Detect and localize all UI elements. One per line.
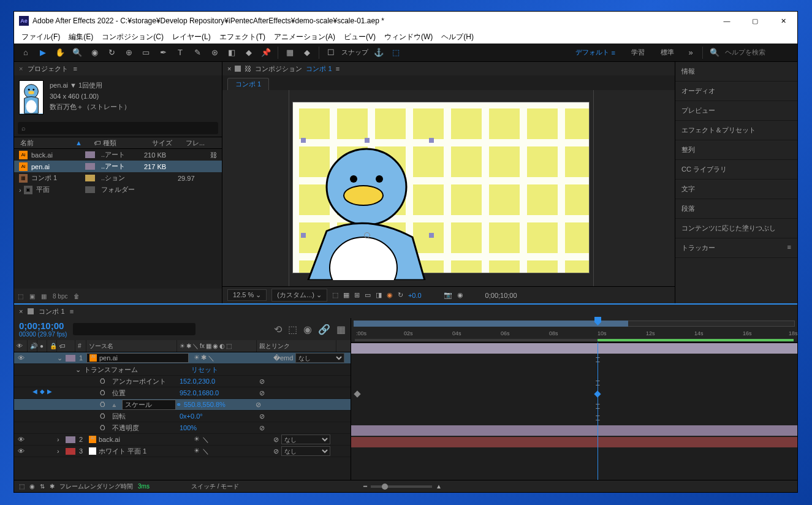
panel-preview[interactable]: プレビュー <box>675 101 797 121</box>
selection-tool[interactable]: ▶ <box>36 46 50 59</box>
workspace-standard[interactable]: 標準 <box>655 46 680 59</box>
toggle-icon[interactable]: ⬚ <box>19 483 25 490</box>
puppet-tool[interactable]: 📌 <box>259 46 273 59</box>
col-source-name[interactable]: ソース名 <box>86 340 177 352</box>
rect-tool[interactable]: ▭ <box>139 46 153 59</box>
brush-tool[interactable]: ✎ <box>191 46 204 59</box>
channel-icon[interactable]: ◉ <box>387 291 393 299</box>
folder-new-icon[interactable]: ▣ <box>29 293 35 300</box>
toggle-icon[interactable]: ⇅ <box>40 483 45 490</box>
next-keyframe-icon[interactable]: ▶ <box>47 388 52 395</box>
time-ruler[interactable]: :00s 02s 04s 06s 08s 10s 12s 14s 16s 18s <box>351 318 797 343</box>
selection-handle[interactable] <box>429 138 434 143</box>
zoom-tool[interactable]: 🔍 <box>70 46 84 59</box>
opacity-value[interactable]: 100% <box>180 424 259 431</box>
prop-opacity[interactable]: Ö不透明度 100% ⊘ <box>14 422 351 434</box>
layer-row[interactable]: 👁 › 3 ホワイト 平面 1 ☀＼ ⊘ なし <box>14 446 351 457</box>
project-row[interactable]: ▦ コンポ 1 ..ション 29.97 <box>14 172 222 184</box>
menu-composition[interactable]: コンポジション(C) <box>98 31 167 44</box>
toggle-icon[interactable]: ◉ <box>29 483 35 490</box>
text-tool[interactable]: T <box>173 46 187 59</box>
zoom-out-icon[interactable]: ━ <box>363 483 367 490</box>
panel-align[interactable]: 整列 <box>675 140 797 160</box>
keyframe-icon[interactable] <box>354 390 360 397</box>
zoom-dropdown[interactable]: 12.5 % ⌄ <box>227 289 267 301</box>
panel-libraries[interactable]: CC ライブラリ <box>675 160 797 180</box>
switches-mode-toggle[interactable]: スイッチ / モード <box>191 482 239 491</box>
project-row[interactable]: Ai pen.ai ..アート 217 KB <box>14 161 222 172</box>
menu-effect[interactable]: エフェクト(T) <box>216 31 269 44</box>
layer-row[interactable]: 👁 ⌄ 1 Aipen.ai ☀✱＼ �emd なし <box>14 352 351 364</box>
col-framerate[interactable]: フレ... <box>186 139 210 148</box>
panel-paragraph[interactable]: 段落 <box>675 199 797 219</box>
maximize-button[interactable]: ▢ <box>741 12 769 30</box>
keyframe-diamond-icon[interactable]: ◆ <box>40 388 45 395</box>
menu-layer[interactable]: レイヤー(L) <box>169 31 214 44</box>
tl-icon[interactable]: 🔗 <box>318 324 330 335</box>
parent-dropdown[interactable]: なし <box>295 353 344 363</box>
exposure-value[interactable]: +0.0 <box>408 292 422 299</box>
tl-icon[interactable]: ▦ <box>336 324 346 335</box>
scale-value[interactable]: 550.8,550.8% <box>184 401 226 409</box>
layer-bar[interactable] <box>351 437 797 447</box>
layer-bar[interactable] <box>351 343 797 354</box>
col-index[interactable]: # <box>75 340 86 352</box>
panel-info[interactable]: 情報 <box>675 62 797 82</box>
rotate-tool[interactable]: ↻ <box>105 46 118 59</box>
hand-tool[interactable]: ✋ <box>53 46 67 59</box>
timeline-search[interactable] <box>73 323 195 335</box>
col-parent[interactable]: 親とリンク <box>257 340 336 352</box>
layer-bar[interactable] <box>351 425 797 436</box>
tl-icon[interactable]: ◉ <box>303 324 312 335</box>
show-snapshot-icon[interactable]: ◉ <box>457 291 463 299</box>
panel-tracker[interactable]: トラッカー≡ <box>675 238 797 258</box>
preview-time[interactable]: 0;00;10;00 <box>485 292 517 299</box>
project-search[interactable]: ⌕ <box>18 122 218 134</box>
reset-exp-icon[interactable]: ↻ <box>398 291 403 299</box>
timeline-tab[interactable]: コンポ 1 <box>39 307 64 316</box>
minimize-button[interactable]: — <box>713 12 741 30</box>
col-audio-icon[interactable]: 🔊 <box>28 340 37 352</box>
selection-handle[interactable] <box>301 233 306 238</box>
transform-group[interactable]: ⌄ トランスフォーム リセット <box>14 364 351 376</box>
menu-file[interactable]: ファイル(F) <box>18 31 64 44</box>
penguin-layer[interactable] <box>302 145 437 280</box>
search-icon[interactable]: 🔍 <box>708 46 721 59</box>
prop-anchor[interactable]: Öアンカーポイント 152.0,230.0 ⊘ <box>14 376 351 387</box>
panel-close-icon[interactable]: × <box>19 65 23 72</box>
workspace-learning[interactable]: 学習 <box>625 46 651 59</box>
home-icon[interactable]: ⌂ <box>19 46 32 59</box>
tl-icon[interactable]: ⬚ <box>288 324 297 335</box>
menu-help[interactable]: ヘルプ(H) <box>438 31 477 44</box>
3d-icon[interactable]: ◨ <box>376 291 382 299</box>
tl-icon[interactable]: ⟲ <box>274 324 282 335</box>
parent-dropdown[interactable]: なし <box>281 446 330 456</box>
selection-handle[interactable] <box>301 138 306 143</box>
pan-behind-tool[interactable]: ⊕ <box>122 46 135 59</box>
menu-animation[interactable]: アニメーション(A) <box>270 31 339 44</box>
timeline-tracks[interactable]: :00s 02s 04s 06s 08s 10s 12s 14s 16s 18s <box>351 318 797 480</box>
zoom-in-icon[interactable]: ▲ <box>436 483 442 490</box>
project-row[interactable]: Ai back.ai ..アート 210 KB ⛓ <box>14 149 222 161</box>
help-search[interactable]: ヘルプを検索 <box>725 48 792 57</box>
guides-icon[interactable]: ⊞ <box>354 291 360 299</box>
panel-effects[interactable]: エフェクト＆プリセット <box>675 121 797 140</box>
orbit-tool[interactable]: ◉ <box>88 46 101 59</box>
menu-window[interactable]: ウィンドウ(W) <box>381 31 436 44</box>
selection-handle[interactable] <box>365 138 370 143</box>
selected-item-name[interactable]: pen.ai ▼ <box>50 82 77 89</box>
snap-opt-icon[interactable]: ⚓ <box>372 46 385 59</box>
grid-icon[interactable]: ▦ <box>343 291 349 299</box>
parent-dropdown[interactable]: なし <box>281 435 330 444</box>
layer-row[interactable]: 👁 › 2 Aiback.ai ☀＼ ⊘ なし <box>14 434 351 446</box>
playhead[interactable] <box>598 343 598 480</box>
mask-icon[interactable]: ▭ <box>365 291 371 299</box>
comp-tab[interactable]: コンポ 1 <box>227 78 269 90</box>
timeline-close-icon[interactable]: × <box>19 308 23 315</box>
snap-edge-icon[interactable]: ⬚ <box>389 46 403 59</box>
menu-view[interactable]: ビュー(V) <box>340 31 379 44</box>
mask-mode-icon[interactable]: ▦ <box>283 46 297 59</box>
position-value[interactable]: 952.0,1680.0 <box>180 389 259 397</box>
resolution-dropdown[interactable]: (カスタム...) ⌄ <box>271 289 327 302</box>
composition-viewport[interactable] <box>222 90 675 286</box>
